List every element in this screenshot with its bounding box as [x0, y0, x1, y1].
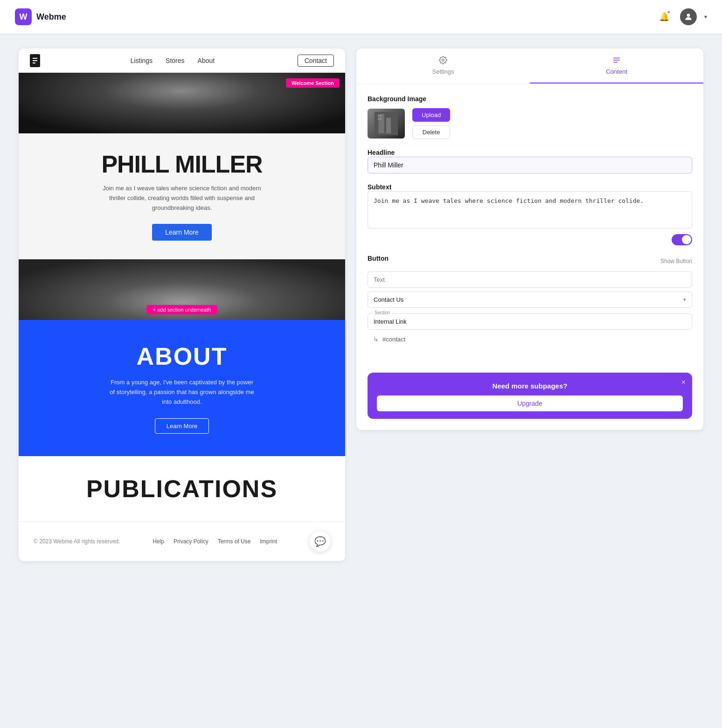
toggle-knob — [682, 235, 691, 244]
content-tab-label: Content — [606, 68, 627, 75]
button-section-header: Button Show Button — [368, 255, 692, 268]
about-learn-more-button[interactable]: Learn More — [155, 418, 209, 434]
svg-point-5 — [442, 59, 444, 62]
delete-button[interactable]: Delete — [412, 125, 450, 139]
headline-input[interactable] — [368, 157, 692, 173]
tab-content[interactable]: Content — [530, 49, 703, 83]
site-nav-listings[interactable]: Listings — [131, 57, 153, 64]
subtext-label: Subtext — [368, 183, 391, 191]
internal-link-value: Internal Link — [374, 318, 407, 325]
toggle-switch[interactable] — [672, 234, 692, 245]
footer-copyright: © 2023 Webme All rights reserved. — [34, 538, 120, 545]
content-tab-icon — [612, 56, 621, 66]
user-icon — [684, 12, 693, 21]
chat-widget-button[interactable]: 💬 — [310, 531, 330, 552]
show-button-label: Show Button — [660, 258, 692, 264]
site-logo-icon — [30, 54, 40, 67]
site-nav-stores[interactable]: Stores — [166, 57, 184, 64]
section-float-label: Section — [373, 310, 392, 315]
footer-privacy-link[interactable]: Privacy Policy — [174, 538, 208, 545]
settings-tab-icon — [439, 56, 447, 66]
footer-links: Help Privacy Policy Terms of Use Imprint — [153, 538, 277, 545]
main-layout: Listings Stores About Contact Welcome Se… — [0, 34, 722, 576]
dropdown-value: Contact Us — [374, 296, 403, 303]
settings-content: Background Image — [356, 84, 703, 363]
svg-rect-11 — [386, 118, 391, 133]
notification-badge — [667, 10, 671, 14]
publications-title: PUBLICATIONS — [30, 475, 334, 503]
site-nav-links: Listings Stores About — [48, 57, 298, 64]
app-logo-icon: W — [15, 8, 32, 25]
publications-section: PUBLICATIONS — [19, 456, 345, 521]
about-title: ABOUT — [30, 342, 334, 370]
nav-right: 🔔 ▾ — [656, 8, 707, 25]
upload-button[interactable]: Upload — [412, 108, 450, 122]
svg-rect-2 — [33, 58, 37, 59]
site-footer: © 2023 Webme All rights reserved. Help P… — [19, 521, 345, 561]
footer-help-link[interactable]: Help — [153, 538, 164, 545]
site-navbar: Listings Stores About Contact — [19, 49, 345, 73]
footer-terms-link[interactable]: Terms of Use — [218, 538, 251, 545]
button-link-dropdown[interactable]: Contact Us ▾ — [368, 291, 692, 308]
subtext-textarea[interactable]: Join me as I weave tales where science f… — [368, 191, 692, 229]
website-preview-panel: Listings Stores About Contact Welcome Se… — [19, 49, 345, 561]
site-nav-about[interactable]: About — [198, 57, 215, 64]
about-section: ABOUT From a young age, I've been captiv… — [19, 320, 345, 456]
upgrade-close-button[interactable]: × — [681, 378, 686, 387]
headline-group: Headline — [368, 148, 692, 173]
settings-panel: Settings Content Background Image — [356, 49, 703, 430]
settings-tabs: Settings Content — [356, 49, 703, 84]
svg-rect-14 — [378, 118, 379, 119]
tab-settings[interactable]: Settings — [356, 49, 530, 83]
bg-thumbnail — [368, 109, 405, 139]
bg-image-row: Upload Delete — [368, 108, 692, 139]
svg-rect-15 — [380, 118, 382, 119]
headline-label: Headline — [368, 149, 395, 156]
hero-bottom-image: + add section underneath — [19, 259, 345, 320]
svg-rect-4 — [33, 62, 35, 63]
app-name: Webme — [36, 12, 66, 22]
site-nav-contact[interactable]: Contact — [298, 55, 334, 67]
bg-thumbnail-image — [368, 109, 405, 139]
upgrade-button[interactable]: Upgrade — [377, 395, 683, 411]
hero-title: PHILL MILLER — [30, 152, 334, 176]
upgrade-banner-title: Need more subpages? — [377, 382, 683, 390]
bg-buttons: Upload Delete — [412, 108, 450, 139]
subtext-group: Subtext Join me as I weave tales where s… — [368, 183, 692, 245]
footer-imprint-link[interactable]: Imprint — [260, 538, 277, 545]
about-text: From a young age, I've been captivated b… — [107, 378, 257, 407]
button-section-label: Button — [368, 255, 389, 262]
hero-top-image: Welcome Section — [19, 73, 345, 133]
user-avatar-button[interactable] — [680, 8, 697, 25]
svg-rect-13 — [380, 115, 382, 117]
svg-point-0 — [687, 14, 690, 17]
button-text-input[interactable] — [368, 271, 692, 288]
button-group: Button Show Button Contact Us ▾ Section … — [368, 255, 692, 343]
section-field: Section Internal Link — [368, 313, 692, 330]
welcome-section-badge: Welcome Section — [286, 78, 340, 88]
hero-text-section: PHILL MILLER Join me as I weave tales wh… — [19, 133, 345, 259]
logo-area: W Webme — [15, 8, 66, 25]
settings-tab-label: Settings — [432, 68, 454, 75]
svg-rect-10 — [378, 114, 384, 133]
hash-arrow-icon: ↳ — [373, 335, 379, 343]
svg-rect-3 — [33, 60, 37, 61]
bg-image-section-title: Background Image — [368, 95, 692, 103]
add-section-button[interactable]: + add section underneath — [146, 305, 217, 314]
svg-rect-12 — [378, 115, 379, 117]
building-icon — [375, 112, 398, 135]
hash-value: #contact — [382, 336, 405, 343]
chevron-down-icon[interactable]: ▾ — [704, 14, 707, 20]
upgrade-banner: × Need more subpages? Upgrade — [368, 373, 692, 419]
hero-subtitle: Join me as I weave tales where science f… — [98, 184, 266, 213]
hash-row: ↳ #contact — [368, 332, 692, 343]
notifications-button[interactable]: 🔔 — [656, 8, 673, 25]
hero-learn-more-button[interactable]: Learn More — [152, 224, 212, 241]
top-navbar: W Webme 🔔 ▾ — [0, 0, 722, 34]
dropdown-arrow-icon: ▾ — [683, 297, 686, 303]
